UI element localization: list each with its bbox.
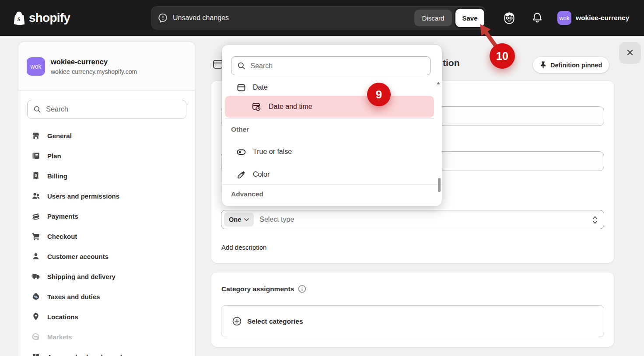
shopify-bag-icon: S xyxy=(13,11,25,25)
type-dropdown: Date Date and time Other True or false C… xyxy=(222,45,442,206)
annotation-step-9: 9 xyxy=(367,83,391,106)
store-domain: wokiee-currency.myshopify.com xyxy=(51,68,137,75)
taxes-icon: % xyxy=(32,292,40,301)
svg-text:$: $ xyxy=(37,336,39,341)
customer-icon xyxy=(32,252,40,261)
sidebar-item-label: Payments xyxy=(47,213,78,220)
search-icon xyxy=(33,105,41,114)
admin-topbar: S shopify Unsaved changes Discard Save w… xyxy=(0,0,644,36)
alert-icon xyxy=(158,13,168,23)
pin-icon xyxy=(540,61,546,69)
account-avatar[interactable]: wok xyxy=(557,11,571,25)
sidekick-assistant-icon[interactable] xyxy=(502,11,516,25)
dropdown-item-label: Date xyxy=(253,84,268,91)
type-select-placeholder: Select type xyxy=(259,216,294,223)
sidebar-item-label: Checkout xyxy=(47,233,77,240)
sidebar-item-payments[interactable]: Payments xyxy=(18,206,195,226)
markets-globe-icon: $ xyxy=(32,332,40,341)
boolean-toggle-icon xyxy=(236,147,246,157)
close-icon: ✕ xyxy=(626,47,634,59)
sidebar-item-general[interactable]: General xyxy=(18,126,195,146)
sidebar-item-shipping-delivery[interactable]: Shipping and delivery xyxy=(18,266,195,286)
type-select[interactable]: One Select type xyxy=(221,210,604,229)
save-button[interactable]: Save xyxy=(455,9,484,27)
select-updown-icon xyxy=(592,215,598,225)
dropdown-section-other: Other xyxy=(231,126,249,133)
date-time-icon xyxy=(251,101,262,112)
billing-icon: $ xyxy=(32,171,40,180)
divider xyxy=(222,184,442,185)
unsaved-changes-banner: Unsaved changes Discard Save xyxy=(151,6,486,30)
dropdown-search-input[interactable] xyxy=(251,62,425,70)
unsaved-changes-text: Unsaved changes xyxy=(173,6,229,30)
payments-icon xyxy=(32,212,40,220)
sidebar-item-label: Plan xyxy=(47,152,61,160)
store-header: wok wokiee-currency wokiee-currency.mysh… xyxy=(18,42,195,91)
users-icon xyxy=(32,192,40,200)
category-assignments-heading: Category assignments xyxy=(221,285,294,293)
sidebar-item-checkout[interactable]: Checkout xyxy=(18,226,195,246)
plus-circle-icon xyxy=(232,317,242,326)
sidebar-item-label: Apps and sales channels xyxy=(47,353,126,356)
dropdown-section-advanced: Advanced xyxy=(231,190,263,198)
sidebar-search-input[interactable] xyxy=(46,105,180,113)
dropdown-search[interactable] xyxy=(231,56,431,75)
definition-pinned-label: Definition pinned xyxy=(550,62,602,69)
sidebar-item-label: Users and permissions xyxy=(47,192,119,200)
svg-text:S: S xyxy=(17,15,20,22)
sidebar-item-label: Shipping and delivery xyxy=(47,273,116,280)
shopify-logo[interactable]: S shopify xyxy=(13,0,70,36)
settings-nav: General Plan $ Billing Users and permiss… xyxy=(18,126,195,356)
storefront-icon xyxy=(32,131,40,140)
sidebar-item-label: Billing xyxy=(47,172,67,180)
svg-text:$: $ xyxy=(35,173,37,178)
page-title: tion xyxy=(443,58,459,68)
dropdown-item-label: Color xyxy=(253,171,270,178)
scrollbar-thumb[interactable] xyxy=(438,178,441,192)
svg-text:%: % xyxy=(34,295,38,299)
discard-button[interactable]: Discard xyxy=(414,10,452,26)
sidebar-item-label: Customer accounts xyxy=(47,253,108,260)
dropdown-item-date[interactable]: Date xyxy=(222,78,442,97)
close-button[interactable]: ✕ xyxy=(619,42,641,64)
sidebar-item-taxes-duties[interactable]: % Taxes and duties xyxy=(18,286,195,307)
info-icon[interactable] xyxy=(298,285,306,293)
date-icon xyxy=(236,83,246,93)
sidebar-item-apps-sales-channels[interactable]: Apps and sales channels xyxy=(18,347,195,356)
dropdown-item-date-and-time[interactable]: Date and time xyxy=(225,96,434,118)
type-select-cardinality-label: One xyxy=(229,216,241,223)
sidebar-item-markets[interactable]: $ Markets xyxy=(18,327,195,347)
notifications-bell-icon[interactable] xyxy=(530,11,544,25)
sidebar-item-billing[interactable]: $ Billing xyxy=(18,166,195,186)
scroll-up-arrow[interactable] xyxy=(437,82,440,84)
account-name[interactable]: wokiee-currency xyxy=(576,0,629,36)
sidebar-item-locations[interactable]: Locations xyxy=(18,307,195,327)
add-description-button[interactable]: Add description xyxy=(221,244,266,251)
dropdown-item-label: True or false xyxy=(253,148,292,156)
plan-icon xyxy=(32,151,40,160)
sidebar-item-plan[interactable]: Plan xyxy=(18,146,195,166)
category-assignments-card: Category assignments Select categories xyxy=(211,272,614,347)
shopify-wordmark: shopify xyxy=(29,11,70,25)
location-pin-icon xyxy=(32,312,40,321)
settings-sidebar: wok wokiee-currency wokiee-currency.mysh… xyxy=(18,42,195,356)
sidebar-item-label: Locations xyxy=(47,313,78,321)
sidebar-item-users-permissions[interactable]: Users and permissions xyxy=(18,186,195,206)
annotation-step-10: 10 xyxy=(490,43,515,69)
chevron-down-icon xyxy=(244,218,249,221)
sidebar-item-label: Markets xyxy=(47,333,72,341)
type-select-cardinality[interactable]: One xyxy=(224,213,254,227)
store-avatar: wok xyxy=(27,57,45,76)
sidebar-search[interactable] xyxy=(27,100,186,119)
definition-pinned-button[interactable]: Definition pinned xyxy=(533,57,609,73)
select-categories-button[interactable]: Select categories xyxy=(221,305,604,337)
truck-icon xyxy=(32,272,40,281)
dropdown-item-color[interactable]: Color xyxy=(222,165,442,184)
select-categories-label: Select categories xyxy=(247,318,303,325)
color-eyedropper-icon xyxy=(236,170,246,180)
dropdown-item-label: Date and time xyxy=(269,103,312,111)
sidebar-item-customer-accounts[interactable]: Customer accounts xyxy=(18,246,195,266)
divider xyxy=(225,118,434,119)
dropdown-item-true-or-false[interactable]: True or false xyxy=(222,142,442,161)
shopify-admin-screen: tion Definition pinned ✕ One Select type… xyxy=(0,0,644,356)
